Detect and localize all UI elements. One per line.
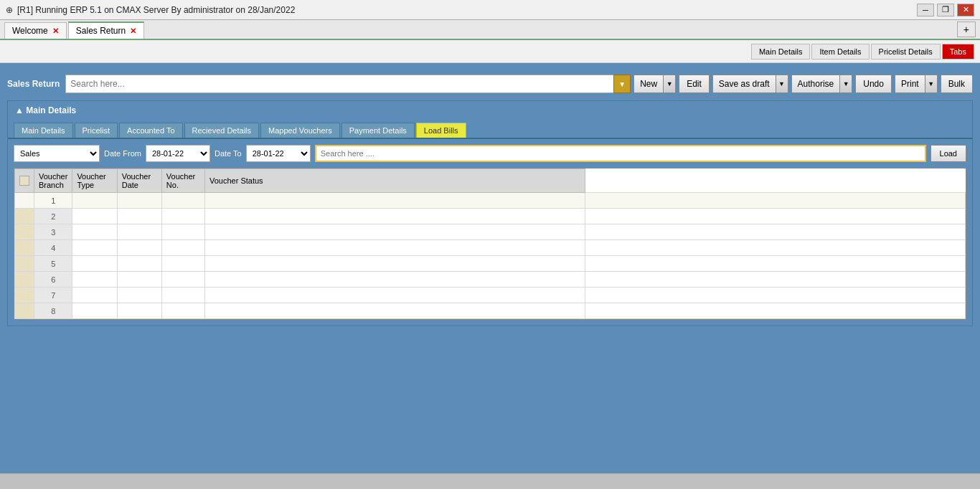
row-number-cell: 8 [34,303,72,319]
row-status-cell [585,256,966,272]
row-number-cell: 4 [34,240,72,256]
table-row[interactable]: 6 [15,272,966,288]
voucher-table-wrapper[interactable]: Voucher Branch Voucher Type Voucher Date… [14,168,966,320]
new-btn-split: New ▼ [633,75,676,93]
row-number-cell: 6 [34,272,72,288]
status-bar [0,473,980,489]
inner-tab-load-bills[interactable]: Load Bills [416,123,466,138]
app-icon: ⊕ [6,5,13,15]
search-dropdown-btn[interactable]: ▼ [613,75,631,93]
row-date-cell [161,303,204,319]
main-search-input[interactable] [65,75,631,93]
inner-tab-main-details[interactable]: Main Details [14,123,73,138]
col-checkbox-header [15,169,34,193]
inner-tab-pricelist[interactable]: Pricelist [75,123,118,138]
undo-button[interactable]: Undo [855,75,892,93]
row-branch-cell [72,193,117,209]
row-number-cell: 3 [34,224,72,240]
load-button[interactable]: Load [930,145,966,162]
row-status-cell [585,224,966,240]
top-toolbar: Main Details Item Details Pricelist Deta… [0,40,980,63]
inner-tab-payment-details[interactable]: Payment Details [341,123,415,138]
row-type-cell [117,256,161,272]
row-number-cell: 1 [34,193,72,209]
window-controls: ─ ❐ ✕ [917,4,974,16]
row-status-cell [585,288,966,303]
row-checkbox-cell [15,288,34,303]
table-row[interactable]: 1 [15,193,966,209]
table-row[interactable]: 4 [15,240,966,256]
toolbar-item-details-btn[interactable]: Item Details [811,44,869,60]
row-no-cell [205,209,585,224]
load-bills-search-input[interactable] [315,145,926,162]
row-branch-cell [72,209,117,224]
authorise-button[interactable]: Authorise [791,75,840,93]
authorise-split: Authorise ▼ [791,75,853,93]
print-button[interactable]: Print [895,75,925,93]
edit-button[interactable]: Edit [679,75,710,93]
table-row[interactable]: 3 [15,224,966,240]
row-type-cell [117,209,161,224]
row-no-cell [205,303,585,319]
filter-row: Sales Purchase Returns Date From 28-01-2… [14,145,966,162]
table-row[interactable]: 5 [15,256,966,272]
toolbar-main-details-btn[interactable]: Main Details [751,44,811,60]
tab-bar: Welcome ✕ Sales Return ✕ + [0,20,980,40]
col-branch-header: Voucher Branch [34,169,72,193]
row-status-cell [585,303,966,319]
row-number-cell: 2 [34,209,72,224]
row-no-cell [205,193,585,209]
print-dropdown[interactable]: ▼ [925,75,938,93]
voucher-table: Voucher Branch Voucher Type Voucher Date… [14,168,966,319]
inner-tab-mapped-vouchers[interactable]: Mapped Vouchers [260,123,340,138]
row-type-cell [117,193,161,209]
bulk-button[interactable]: Bulk [941,75,973,93]
row-branch-cell [72,240,117,256]
tab-sales-return[interactable]: Sales Return ✕ [68,22,144,39]
new-dropdown-btn[interactable]: ▼ [663,75,676,93]
save-as-draft-dropdown[interactable]: ▼ [776,75,788,93]
sales-return-label: Sales Return [7,79,60,89]
row-type-cell [117,272,161,288]
action-bar: Sales Return ▼ New ▼ Edit Save as draft … [7,70,973,98]
title-bar: ⊕ [R1] Running ERP 5.1 on CMAX Server By… [0,0,980,20]
toolbar-pricelist-details-btn[interactable]: Pricelist Details [871,44,941,60]
date-from-select[interactable]: 28-01-22 [146,145,210,162]
new-button[interactable]: New [633,75,663,93]
table-row[interactable]: 8 [15,303,966,319]
restore-button[interactable]: ❐ [937,4,954,16]
toolbar-tabs-btn[interactable]: Tabs [942,44,974,60]
row-type-cell [117,303,161,319]
row-date-cell [161,256,204,272]
type-select[interactable]: Sales Purchase Returns [14,145,100,162]
row-branch-cell [72,256,117,272]
row-type-cell [117,240,161,256]
row-checkbox-cell [15,224,34,240]
row-branch-cell [72,224,117,240]
panel-header-text: ▲ Main Details [15,105,76,115]
row-number-cell: 7 [34,288,72,303]
row-checkbox-cell [15,303,34,319]
close-button[interactable]: ✕ [957,4,974,16]
inner-tab-accounted-to[interactable]: Accounted To [119,123,182,138]
save-as-draft-button[interactable]: Save as draft [712,75,776,93]
tab-welcome-close[interactable]: ✕ [52,27,59,36]
table-row[interactable]: 2 [15,209,966,224]
row-number-cell: 5 [34,256,72,272]
row-type-cell [117,288,161,303]
row-checkbox-cell [15,256,34,272]
inner-tab-received-details[interactable]: Recieved Details [184,123,260,138]
tab-add-button[interactable]: + [957,22,976,37]
tab-welcome-label: Welcome [12,26,48,36]
table-row[interactable]: 7 [15,288,966,303]
row-checkbox-cell [15,240,34,256]
tab-sales-return-close[interactable]: ✕ [130,27,136,36]
minimize-button[interactable]: ─ [917,4,934,16]
main-content: Sales Return ▼ New ▼ Edit Save as draft … [0,63,980,473]
window-title: [R1] Running ERP 5.1 on CMAX Server By a… [17,5,917,15]
date-to-select[interactable]: 28-01-22 [246,145,311,162]
row-date-cell [161,224,204,240]
row-branch-cell [72,303,117,319]
authorise-dropdown[interactable]: ▼ [839,75,852,93]
tab-welcome[interactable]: Welcome ✕ [4,22,67,39]
